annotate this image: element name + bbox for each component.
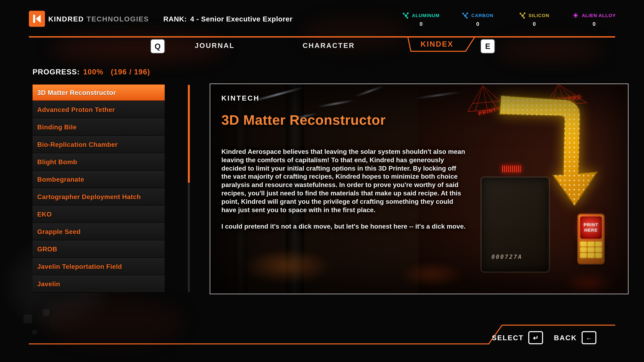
molecule-icon — [519, 12, 526, 19]
list-item[interactable]: Blight Bomb — [32, 153, 165, 171]
list-item-label: Bombegranate — [37, 175, 84, 183]
list-item[interactable]: Javelin Teleportation Field — [32, 258, 165, 275]
molecule-icon — [462, 12, 468, 19]
list-item-label: Grapple Seed — [37, 228, 81, 236]
background-shape — [24, 314, 32, 323]
resource-name: SILICON — [528, 13, 550, 18]
background-shape — [43, 309, 50, 316]
list-item[interactable]: 3D Matter Reconstructor — [32, 84, 165, 101]
progress-display: PROGRESS:100%(196 / 196) — [32, 68, 150, 76]
resource-name: CARBON — [471, 13, 494, 18]
detail-title: 3D Matter Reconstructor — [221, 112, 480, 128]
select-label: SELECT — [492, 334, 524, 342]
detail-paragraph-1: Kindred Aerospace believes that leaving … — [221, 147, 466, 214]
list-item-label: Binding Bile — [37, 123, 77, 131]
resource-item: ALIEN ALLOY 0 — [572, 12, 616, 27]
plate-code: 000727A — [491, 253, 523, 260]
list-item-label: Blight Bomb — [37, 158, 77, 166]
starburst-icon — [572, 12, 579, 19]
list-item[interactable]: Bombegranate — [32, 171, 165, 188]
keyboard-hint-e: E — [481, 39, 494, 53]
list-item[interactable]: Grapple Seed — [32, 223, 165, 240]
background-shape — [32, 330, 37, 335]
background-glow — [496, 40, 604, 60]
resource-name: ALIEN ALLOY — [582, 13, 616, 18]
list-item[interactable]: Bio-Replication Chamber — [32, 136, 165, 153]
print-here-sign-face: PRINT HERE — [580, 217, 602, 239]
tab-kindex[interactable]: KINDEX — [420, 40, 454, 49]
tab-character[interactable]: CHARACTER — [303, 41, 355, 50]
resource-item: CARBON 0 — [459, 12, 496, 27]
tab-rule — [0, 0, 644, 60]
keyboard-hint-q: Q — [151, 39, 164, 53]
kindred-logo-icon — [29, 11, 45, 27]
back-arrow-key-icon: ← — [582, 331, 596, 344]
resource-value: 0 — [420, 21, 422, 27]
list-item-label: Bio-Replication Chamber — [37, 141, 118, 148]
resource-item: SILICON 0 — [516, 12, 553, 27]
list-item-label: GROB — [37, 245, 57, 253]
brand-suffix: TECHNOLOGIES — [86, 15, 149, 23]
list-item-label: 3D Matter Reconstructor — [37, 89, 116, 96]
list-item[interactable]: Advanced Proton Tether — [32, 101, 165, 118]
list-item[interactable]: EKO — [32, 205, 165, 223]
kindex-screen: KINDREDTECHNOLOGIES RANK:4 - Senior Exec… — [0, 0, 644, 362]
print-sign-line-2: HERE — [584, 228, 598, 233]
list-item[interactable]: Binding Bile — [32, 118, 165, 136]
resource-item: ALUMINUM 0 — [402, 12, 440, 27]
molecule-icon — [402, 12, 409, 19]
detail-category: KINTECH — [221, 94, 480, 102]
brand-title: KINDREDTECHNOLOGIES — [48, 15, 149, 23]
list-item-label: Cartographer Deployment Hatch — [37, 193, 141, 201]
resource-value: 0 — [476, 21, 479, 27]
detail-panel: PRINT HERE PRINT HERE 000727A — [210, 83, 628, 294]
progress-percent: 100% — [83, 68, 104, 76]
scrollbar-thumb[interactable] — [188, 85, 190, 183]
tab-journal[interactable]: JOURNAL — [195, 41, 234, 50]
enter-key-icon: ↵ — [528, 331, 543, 344]
list-item[interactable]: GROB — [32, 240, 165, 258]
footer-hints: SELECT ↵ BACK ← — [492, 331, 596, 344]
detail-paragraph-2: I could pretend it's not a dick move, bu… — [221, 222, 466, 231]
print-sign-line-1: PRINT — [584, 222, 598, 228]
background-glow — [44, 298, 184, 345]
list-item-label: Javelin Teleportation Field — [37, 263, 122, 270]
rank-value: 4 - Senior Executive Explorer — [190, 15, 292, 23]
rank-label: RANK: — [163, 15, 187, 23]
resource-value: 0 — [533, 21, 536, 27]
list-item[interactable]: Cartographer Deployment Hatch — [32, 188, 165, 205]
list-scrollbar[interactable] — [188, 85, 190, 292]
rank-display: RANK:4 - Senior Executive Explorer — [163, 15, 293, 23]
print-here-button-sign: PRINT HERE — [577, 214, 605, 265]
progress-label: PROGRESS: — [32, 68, 80, 76]
resource-name: ALUMINUM — [412, 13, 440, 18]
kindex-entry-list: 3D Matter Reconstructor Advanced Proton … — [32, 84, 165, 293]
brand-name: KINDRED — [48, 15, 84, 23]
progress-count: (196 / 196) — [111, 68, 150, 76]
resource-counters: ALUMINUM 0 — [402, 12, 616, 27]
keypad-art — [580, 242, 602, 258]
list-item-label: EKO — [37, 210, 52, 218]
detail-text-block: KINTECH 3D Matter Reconstructor Kindred … — [221, 94, 480, 231]
list-item-label: Javelin — [37, 280, 60, 288]
list-item[interactable]: Javelin — [32, 275, 165, 293]
list-item-label: Advanced Proton Tether — [37, 106, 115, 113]
back-label: BACK — [554, 334, 577, 342]
led-sign-art — [502, 165, 522, 173]
resource-value: 0 — [592, 21, 596, 27]
